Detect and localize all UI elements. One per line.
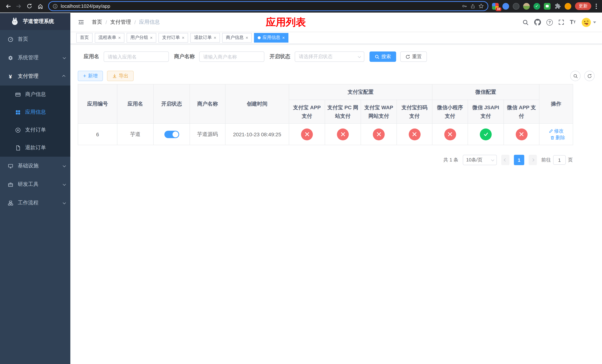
browser-toolbar: localhost:1024/pay/app 10 ✓ xyxy=(0,0,602,13)
close-icon[interactable] xyxy=(282,35,285,40)
extension-dark-icon[interactable] xyxy=(513,3,519,10)
tab-home[interactable]: 首页 xyxy=(76,33,93,43)
close-icon[interactable] xyxy=(182,35,184,40)
next-page-button[interactable] xyxy=(529,155,537,165)
payment-status-icon xyxy=(480,128,492,140)
extensions-puzzle-icon[interactable] xyxy=(554,3,561,10)
cell-alipay-app xyxy=(289,124,325,145)
status-select[interactable]: 请选择开启状态 xyxy=(295,52,364,62)
extension-colorwheel-icon[interactable]: 10 xyxy=(492,3,499,10)
close-icon[interactable] xyxy=(150,35,152,40)
browser-update-button[interactable]: 更新 xyxy=(575,2,591,10)
sidebar-item-devtools[interactable]: 研发工具 xyxy=(0,175,70,194)
sidebar-logo[interactable]: 芋道管理系统 xyxy=(0,13,70,30)
page-number-1[interactable]: 1 xyxy=(514,155,524,165)
search-icon[interactable] xyxy=(522,19,529,25)
extension-avatar-icon[interactable] xyxy=(523,3,530,10)
chevron-down-icon xyxy=(358,55,361,58)
goto-prefix: 前往 xyxy=(541,157,551,163)
breadcrumb-home[interactable]: 首页 xyxy=(92,19,102,26)
bookmark-star-icon[interactable] xyxy=(478,3,484,9)
browser-menu-icon[interactable] xyxy=(593,2,599,10)
sidebar-item-payment[interactable]: ¥ 支付管理 xyxy=(0,67,70,86)
order-icon xyxy=(15,127,21,133)
sidebar-item-infrastructure[interactable]: 基础设施 xyxy=(0,157,70,175)
tab-process-form[interactable]: 流程表单 xyxy=(95,33,124,43)
site-info-icon[interactable] xyxy=(53,3,58,9)
reset-button[interactable]: 重置 xyxy=(400,52,427,62)
col-header-wx-jsapi: 微信 JSAPI 支付 xyxy=(468,100,504,124)
sidebar-item-refund-order[interactable]: 退款订单 xyxy=(0,139,70,157)
tab-refund-order[interactable]: 退款订单 xyxy=(190,33,220,43)
address-bar[interactable]: localhost:1024/pay/app xyxy=(48,1,488,11)
toolbox-icon xyxy=(7,182,13,187)
prev-page-button[interactable] xyxy=(501,155,509,165)
tab-app-info[interactable]: 应用信息 xyxy=(254,33,288,43)
filter-form: 应用名 商户名称 开启状态 请选择开启状态 搜索 重置 xyxy=(84,52,595,62)
goto-page-input[interactable] xyxy=(553,155,566,165)
extension-check-icon[interactable]: ✓ xyxy=(534,3,540,10)
tab-user-group[interactable]: 用户分组 xyxy=(127,33,156,43)
font-size-icon[interactable] xyxy=(570,19,576,25)
cell-created: 2021-10-23 08:49:25 xyxy=(225,124,289,145)
col-header-app-id: 应用编号 xyxy=(78,84,117,124)
toggle-search-button[interactable] xyxy=(570,71,580,81)
close-icon[interactable] xyxy=(214,35,216,40)
github-icon[interactable] xyxy=(534,19,541,26)
sidebar-item-system[interactable]: 系统管理 xyxy=(0,49,70,67)
sidebar-item-merchant-info[interactable]: 商户信息 xyxy=(0,86,70,103)
export-button-label: 导出 xyxy=(119,73,129,79)
breadcrumb-payment[interactable]: 支付管理 xyxy=(110,19,131,26)
document-icon xyxy=(15,145,21,150)
home-icon[interactable] xyxy=(35,1,45,11)
url-text[interactable]: localhost:1024/pay/app xyxy=(61,3,459,9)
edit-link[interactable]: 修改 xyxy=(548,128,564,134)
page-size-select[interactable]: 10条/页 xyxy=(463,155,497,165)
merchant-name-label: 商户名称 xyxy=(174,53,195,60)
cell-wx-app xyxy=(504,124,539,145)
refresh-button[interactable] xyxy=(584,71,595,81)
profile-avatar-icon[interactable] xyxy=(565,3,571,10)
fullscreen-icon[interactable] xyxy=(558,19,564,25)
chevron-down-icon xyxy=(63,182,66,186)
extension-chat-icon[interactable] xyxy=(544,3,550,10)
app-name-input[interactable] xyxy=(104,52,169,62)
app-table: 应用编号 应用名 开启状态 商户名称 创建时间 支付宝配置 微信配置 操作 支付… xyxy=(78,84,573,145)
tab-pay-order[interactable]: 支付订单 xyxy=(159,33,188,43)
reset-button-label: 重置 xyxy=(412,53,422,60)
user-menu[interactable] xyxy=(581,17,596,27)
tab-merchant-info[interactable]: 商户信息 xyxy=(222,33,252,43)
grid-icon xyxy=(15,109,21,115)
sidebar-item-app-info[interactable]: 应用信息 xyxy=(0,103,70,121)
sidebar-item-workflow[interactable]: 工作流程 xyxy=(0,194,70,212)
extension-blue-icon[interactable] xyxy=(502,3,509,10)
pagination-total: 共 1 条 xyxy=(443,157,458,163)
back-icon[interactable] xyxy=(3,1,13,11)
close-icon[interactable] xyxy=(246,35,248,40)
search-button[interactable]: 搜索 xyxy=(369,52,396,62)
sidebar-item-pay-order[interactable]: 支付订单 xyxy=(0,121,70,139)
page-content: 应用名 商户名称 开启状态 请选择开启状态 搜索 重置 xyxy=(70,44,602,364)
page-title: 应用列表 xyxy=(266,16,306,29)
help-icon[interactable] xyxy=(547,19,553,25)
add-button-label: 新增 xyxy=(88,73,98,79)
status-toggle[interactable] xyxy=(164,130,179,138)
reload-icon[interactable] xyxy=(24,1,34,11)
delete-link[interactable]: 删除 xyxy=(550,134,565,141)
merchant-name-input[interactable] xyxy=(199,52,264,62)
payment-status-icon xyxy=(337,128,349,140)
col-header-merchant: 商户名称 xyxy=(190,84,225,124)
close-icon[interactable] xyxy=(118,35,121,40)
tab-label: 应用信息 xyxy=(262,34,280,41)
payment-submenu: 商户信息 应用信息 支付订单 xyxy=(0,86,70,157)
share-icon[interactable] xyxy=(470,3,475,9)
sidebar-item-home[interactable]: 首页 xyxy=(0,30,70,49)
payment-status-icon xyxy=(444,128,456,140)
forward-icon[interactable] xyxy=(14,1,24,11)
plus-icon xyxy=(83,73,86,79)
add-button[interactable]: 新增 xyxy=(78,71,103,81)
password-key-icon[interactable] xyxy=(462,3,467,9)
app-name-label: 应用名 xyxy=(84,53,99,60)
sidebar-fold-icon[interactable] xyxy=(76,19,86,26)
export-button[interactable]: 导出 xyxy=(107,71,134,81)
